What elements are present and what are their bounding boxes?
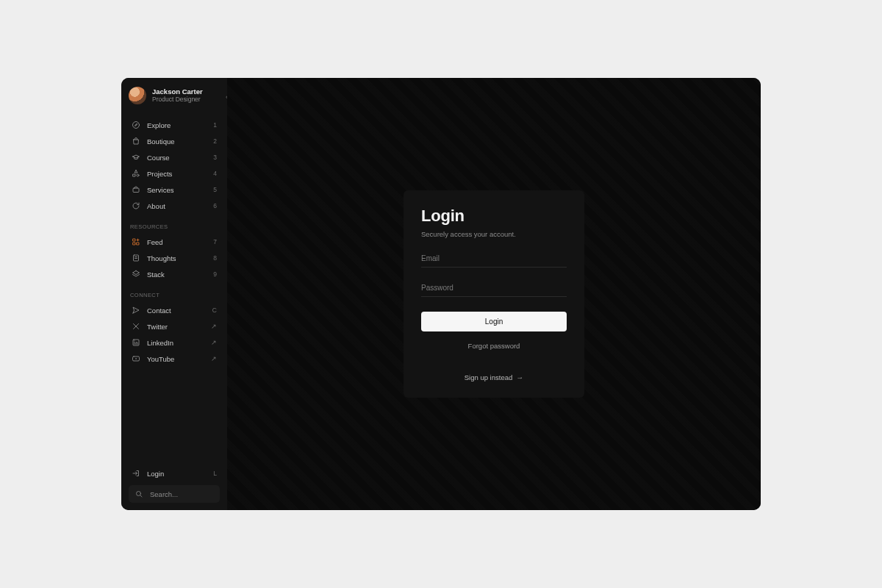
sidebar-item-key: 8: [213, 254, 217, 262]
sidebar-bottom: Login L S: [129, 466, 220, 503]
svg-point-11: [137, 492, 141, 496]
sidebar-item-key: 3: [213, 154, 217, 161]
sidebar-item-key: 2: [213, 137, 217, 145]
x-twitter-icon: [132, 322, 140, 331]
sidebar-item-label: Thoughts: [147, 254, 207, 262]
sidebar-item-label: Stack: [147, 270, 207, 279]
sidebar-item-key: 5: [213, 186, 217, 193]
sidebar-item-label: Course: [147, 154, 207, 162]
sidebar-item-label: Feed: [147, 238, 207, 246]
sidebar-item-label: About: [147, 202, 207, 210]
nav-main: Explore 1 Boutique 2 Course 3 Projects 4…: [129, 118, 220, 213]
sidebar-item-key: ↗: [211, 339, 217, 346]
sidebar-item-about[interactable]: About 6: [129, 198, 220, 213]
chat-icon: [132, 201, 140, 210]
svg-rect-2: [133, 174, 135, 176]
send-icon: [132, 306, 140, 315]
sidebar-item-feed[interactable]: Feed 7: [129, 234, 220, 249]
svg-rect-5: [133, 239, 135, 241]
sidebar: Jackson Carter Product Designer ‹ Explor…: [121, 78, 227, 510]
sidebar-item-boutique[interactable]: Boutique 2: [129, 134, 220, 148]
login-title: Login: [421, 207, 567, 226]
sidebar-item-label: Services: [147, 186, 207, 194]
arrow-right-icon: →: [516, 374, 523, 381]
nav-resources: Feed 7 Thoughts 8 Stack 9: [129, 234, 220, 282]
sidebar-item-key: 1: [213, 121, 217, 129]
layers-icon: [132, 270, 140, 279]
sidebar-item-label: Explore: [147, 121, 207, 129]
signup-instead-label: Sign up instead: [465, 373, 513, 381]
svg-point-3: [137, 174, 139, 176]
sidebar-item-label: Projects: [147, 170, 207, 178]
svg-point-0: [133, 122, 140, 129]
graduation-cap-icon: [132, 153, 140, 162]
note-icon: [132, 254, 140, 262]
sidebar-item-key: C: [212, 306, 217, 314]
main-area: Login Securely access your account. Logi…: [227, 78, 761, 510]
login-card: Login Securely access your account. Logi…: [404, 190, 584, 398]
sidebar-item-key: 9: [213, 270, 217, 278]
forgot-password-link[interactable]: Forgot password: [421, 342, 567, 350]
shapes-icon: [132, 169, 140, 178]
sidebar-login-label: Login: [147, 470, 207, 478]
login-submit-button[interactable]: Login: [421, 312, 567, 331]
profile-block[interactable]: Jackson Carter Product Designer: [129, 87, 220, 104]
sidebar-item-thoughts[interactable]: Thoughts 8: [129, 251, 220, 265]
shopping-bag-icon: [132, 137, 140, 146]
svg-rect-7: [137, 243, 139, 245]
email-field[interactable]: [421, 250, 567, 268]
app-window: Jackson Carter Product Designer ‹ Explor…: [121, 78, 761, 510]
svg-rect-4: [133, 188, 139, 193]
sidebar-login-key: L: [213, 470, 217, 477]
profile-text: Jackson Carter Product Designer: [152, 88, 203, 104]
password-field[interactable]: [421, 279, 567, 297]
grid-plus-icon: [132, 237, 140, 246]
sidebar-search[interactable]: S: [129, 485, 220, 503]
sidebar-item-key: 6: [213, 202, 217, 209]
sidebar-item-twitter[interactable]: Twitter ↗: [129, 319, 220, 334]
sidebar-login-button[interactable]: Login L: [129, 466, 220, 481]
profile-role: Product Designer: [152, 96, 203, 104]
sidebar-item-youtube[interactable]: YouTube ↗: [129, 351, 220, 366]
svg-rect-8: [134, 255, 139, 261]
avatar: [129, 87, 146, 104]
svg-rect-6: [133, 243, 135, 245]
login-arrow-icon: [132, 469, 140, 478]
profile-name: Jackson Carter: [152, 88, 203, 96]
sidebar-item-key: 4: [213, 170, 217, 177]
sidebar-item-services[interactable]: Services 5: [129, 182, 220, 197]
sidebar-item-stack[interactable]: Stack 9: [129, 267, 220, 282]
briefcase-icon: [132, 185, 140, 194]
sidebar-item-key: 7: [213, 238, 217, 245]
signup-instead-link[interactable]: Sign up instead →: [421, 373, 567, 381]
sidebar-item-course[interactable]: Course 3: [129, 150, 220, 165]
sidebar-item-linkedin[interactable]: LinkedIn ↗: [129, 335, 220, 350]
search-icon: [135, 490, 143, 498]
youtube-icon: [132, 354, 140, 363]
sidebar-item-key: ↗: [211, 355, 217, 362]
sidebar-item-explore[interactable]: Explore 1: [129, 118, 220, 132]
svg-marker-1: [135, 124, 137, 126]
sidebar-item-label: Contact: [147, 306, 206, 315]
sidebar-item-label: Twitter: [147, 323, 204, 331]
login-subtitle: Securely access your account.: [421, 230, 567, 238]
linkedin-icon: [132, 338, 140, 347]
sidebar-item-contact[interactable]: Contact C: [129, 303, 220, 318]
sidebar-item-key: ↗: [211, 323, 217, 330]
nav-heading-resources: RESOURCES: [130, 223, 220, 230]
sidebar-item-projects[interactable]: Projects 4: [129, 166, 220, 181]
nav-connect: Contact C Twitter ↗ LinkedIn ↗ YouTube ↗: [129, 303, 220, 366]
compass-icon: [132, 121, 140, 129]
sidebar-item-label: Boutique: [147, 137, 207, 146]
sidebar-item-label: LinkedIn: [147, 339, 204, 347]
sidebar-item-label: YouTube: [147, 355, 204, 363]
nav-heading-connect: CONNECT: [130, 292, 220, 298]
